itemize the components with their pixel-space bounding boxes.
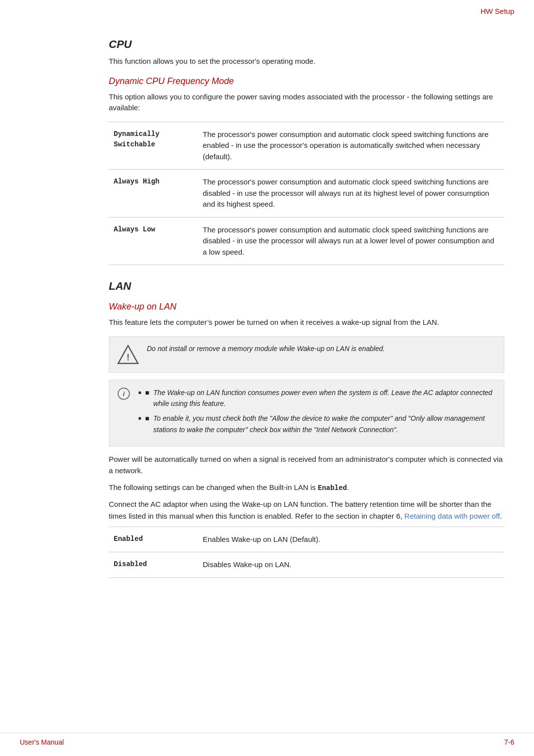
setting-name-disabled: Disabled (109, 552, 198, 578)
footer-left: User's Manual (20, 738, 64, 746)
lan-body3-suffix: . (500, 512, 502, 520)
lan-body2-suffix: . (347, 483, 349, 491)
info-bullet: ■ (145, 413, 149, 424)
setting-name-dynamically: DynamicallySwitchable (109, 122, 198, 170)
setting-desc-always-low: The processor's power consumption and au… (198, 217, 504, 265)
table-row: Disabled Disables Wake-up on LAN. (109, 552, 504, 578)
lan-settings-table: Enabled Enables Wake-up on LAN (Default)… (109, 527, 504, 578)
info-item-text-1: The Wake-up on LAN function consumes pow… (153, 387, 496, 409)
cpu-section-title: CPU (109, 38, 504, 51)
cpu-settings-table: DynamicallySwitchable The processor's po… (109, 122, 504, 266)
warning-icon: ! (117, 344, 139, 365)
lan-section-title: LAN (109, 280, 504, 293)
setting-desc-dynamically: The processor's power consumption and au… (198, 122, 504, 170)
header-bar: HW Setup (0, 0, 534, 18)
cpu-section: CPU This function allows you to set the … (109, 38, 504, 265)
main-content: CPU This function allows you to set the … (0, 18, 534, 608)
cpu-section-intro: This function allows you to set the proc… (109, 56, 504, 67)
lan-subsection-intro: This feature lets the computer’s power b… (109, 317, 504, 328)
warning-notice-text: Do not install or remove a memory module… (147, 344, 385, 354)
svg-text:!: ! (127, 353, 130, 362)
retaining-data-link[interactable]: Retaining data with power off (404, 512, 500, 520)
info-item-text-2: To enable it, you must check both the "A… (153, 413, 496, 435)
cpu-subsection-intro: This option allows you to configure the … (109, 91, 504, 114)
footer-right: 7-6 (504, 738, 514, 746)
cpu-subsection: Dynamic CPU Frequency Mode This option a… (109, 76, 504, 266)
info-list: ■ The Wake-up on LAN function consumes p… (138, 387, 496, 440)
info-box: i ■ The Wake-up on LAN function consumes… (109, 380, 504, 447)
setting-desc-always-high: The processor's power consumption and au… (198, 170, 504, 218)
info-list-item: ■ To enable it, you must check both the … (138, 413, 496, 435)
lan-body2-bold: Enabled (318, 484, 347, 492)
info-list-item: ■ The Wake-up on LAN function consumes p… (138, 387, 496, 409)
lan-body-text-2: The following settings can be changed wh… (109, 482, 504, 494)
setting-name-always-high: Always High (109, 170, 198, 218)
lan-body-text-3: Connect the AC adaptor when using the Wa… (109, 498, 504, 522)
lan-section: LAN Wake-up on LAN This feature lets the… (109, 280, 504, 578)
lan-body2-prefix: The following settings can be changed wh… (109, 483, 318, 491)
cpu-subsection-title: Dynamic CPU Frequency Mode (109, 76, 504, 87)
lan-subsection: Wake-up on LAN This feature lets the com… (109, 302, 504, 578)
page-container: HW Setup CPU This function allows you to… (0, 0, 534, 756)
info-icon: i (117, 387, 131, 409)
header-title: HW Setup (481, 7, 514, 15)
lan-subsection-title: Wake-up on LAN (109, 302, 504, 312)
info-bullet: ■ (145, 387, 149, 398)
table-row: Always Low The processor's power consump… (109, 217, 504, 265)
setting-name-always-low: Always Low (109, 217, 198, 265)
warning-notice-box: ! Do not install or remove a memory modu… (109, 336, 504, 373)
table-row: DynamicallySwitchable The processor's po… (109, 122, 504, 170)
footer-bar: User's Manual 7-6 (0, 733, 534, 746)
svg-text:i: i (123, 390, 125, 398)
setting-desc-enabled: Enables Wake-up on LAN (Default). (198, 527, 504, 552)
lan-body-text-1: Power will be automatically turned on wh… (109, 453, 504, 477)
table-row: Always High The processor's power consum… (109, 170, 504, 218)
setting-desc-disabled: Disables Wake-up on LAN. (198, 552, 504, 578)
setting-name-enabled: Enabled (109, 527, 198, 552)
table-row: Enabled Enables Wake-up on LAN (Default)… (109, 527, 504, 552)
